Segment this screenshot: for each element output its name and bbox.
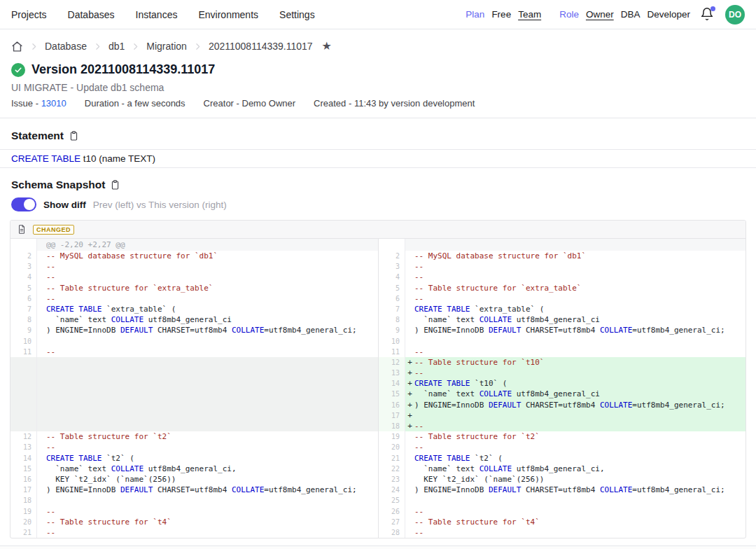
diff-line: 3-- bbox=[379, 261, 746, 272]
diff-body: @@ -2,20 +2,27 @@2-- MySQL database stru… bbox=[10, 239, 746, 538]
diff-line: 7CREATE TABLE `extra_table` ( bbox=[10, 304, 378, 314]
diff-line: 20-- Table structure for `t4` bbox=[10, 517, 378, 527]
diff-line: 26-- bbox=[379, 506, 746, 517]
star-icon[interactable]: ★ bbox=[322, 41, 332, 52]
diff-line: 18+-- bbox=[379, 421, 746, 431]
diff-line: 12+-- Table structure for `t10` bbox=[379, 357, 746, 368]
diff-line: 17) ENGINE=InnoDB DEFAULT CHARSET=utf8mb… bbox=[10, 485, 378, 495]
diff-line: 3-- bbox=[10, 261, 378, 272]
diff-line: 8 `name` text COLLATE utf8mb4_general_ci bbox=[379, 314, 746, 325]
meta-item: Created - 11:43 by version development bbox=[314, 98, 475, 109]
meta-item: Issue - 13010 bbox=[11, 98, 66, 109]
role-owner-link[interactable]: Owner bbox=[586, 9, 614, 20]
diff-line: 9) ENGINE=InnoDB DEFAULT CHARSET=utf8mb4… bbox=[10, 325, 378, 335]
diff-line: 16 KEY `t2_idx` (`name`(256)) bbox=[10, 474, 378, 485]
diff-header: CHANGED bbox=[10, 221, 746, 239]
copy-statement-button[interactable] bbox=[69, 130, 79, 141]
version-subtitle: UI MIGRATE - Update db1 schema bbox=[0, 82, 756, 93]
diff-line: 5-- Table structure for `extra_table` bbox=[379, 283, 746, 293]
diff-line: 6-- bbox=[379, 293, 746, 304]
chevron-right-icon bbox=[193, 42, 202, 51]
diff-line: 13-- bbox=[10, 442, 378, 452]
diff-line: 9) ENGINE=InnoDB DEFAULT CHARSET=utf8mb4… bbox=[379, 325, 746, 335]
diff-line: 21CREATE TABLE `t2` ( bbox=[379, 453, 746, 464]
breadcrumb-item[interactable]: 20211008114339.11017 bbox=[209, 41, 313, 52]
diff-gap-row bbox=[10, 410, 378, 421]
diff-line: 14CREATE TABLE `t2` ( bbox=[10, 453, 378, 464]
diff-gap-row bbox=[10, 421, 378, 431]
schema-diff-panel: CHANGED @@ -2,20 +2,27 @@2-- MySQL datab… bbox=[10, 220, 746, 538]
chevron-right-icon bbox=[93, 42, 102, 51]
show-diff-toggle[interactable] bbox=[11, 197, 36, 211]
diff-line: 16+) ENGINE=InnoDB DEFAULT CHARSET=utf8m… bbox=[379, 400, 746, 410]
breadcrumb-item[interactable]: Database bbox=[45, 41, 87, 52]
diff-line: 14+CREATE TABLE `t10` ( bbox=[379, 378, 746, 389]
diff-line: 2-- MySQL database structure for `db1` bbox=[379, 251, 746, 261]
changed-badge: CHANGED bbox=[33, 225, 74, 235]
nav-item-settings[interactable]: Settings bbox=[279, 9, 315, 20]
nav-item-projects[interactable]: Projects bbox=[11, 9, 47, 20]
issue-link[interactable]: 13010 bbox=[41, 98, 66, 109]
diff-hunk-row bbox=[379, 239, 746, 251]
diff-line: 15 `name` text COLLATE utf8mb4_general_c… bbox=[10, 464, 378, 474]
meta-item: Duration - a few seconds bbox=[85, 98, 186, 109]
meta-item: Creator - Demo Owner bbox=[204, 98, 295, 109]
chevron-right-icon bbox=[29, 42, 38, 51]
sql-keyword: CREATE TABLE bbox=[11, 153, 80, 164]
diff-line: 5-- Table structure for `extra_table` bbox=[10, 283, 378, 293]
diff-pane-prev[interactable]: @@ -2,20 +2,27 @@2-- MySQL database stru… bbox=[10, 239, 378, 538]
statement-code[interactable]: CREATE TABLE t10 (name TEXT) bbox=[0, 149, 756, 168]
diff-pane-current[interactable]: 2-- MySQL database structure for `db1`3-… bbox=[378, 239, 746, 538]
nav-item-instances[interactable]: Instances bbox=[136, 9, 178, 20]
diff-gap-row bbox=[10, 400, 378, 410]
diff-line: 12-- Table structure for `t2` bbox=[10, 431, 378, 442]
diff-line: 23 KEY `t2_idx` (`name`(256)) bbox=[379, 474, 746, 485]
clipboard-icon bbox=[69, 130, 79, 141]
diff-line: 2-- MySQL database structure for `db1` bbox=[10, 251, 378, 261]
role-label: Role bbox=[559, 9, 579, 20]
success-check-icon bbox=[11, 63, 25, 77]
clipboard-icon bbox=[110, 179, 120, 190]
meta-value: a few seconds bbox=[127, 98, 185, 109]
diff-line: 18 bbox=[10, 495, 378, 506]
diff-line: 13+-- bbox=[379, 368, 746, 378]
snapshot-section-header: Schema Snapshot bbox=[0, 179, 756, 191]
file-icon bbox=[17, 224, 27, 235]
role-developer[interactable]: Developer bbox=[647, 9, 690, 20]
diff-line: 11-- bbox=[379, 347, 746, 357]
version-header: Version 20211008114339.11017 bbox=[0, 62, 756, 77]
diff-gap-row bbox=[10, 357, 378, 368]
plan-value: Free bbox=[491, 9, 511, 20]
nav-item-environments[interactable]: Environments bbox=[198, 9, 258, 20]
snapshot-label: Schema Snapshot bbox=[11, 179, 105, 191]
diff-line: 19-- bbox=[10, 506, 378, 517]
diff-line: 11-- bbox=[10, 347, 378, 357]
copy-snapshot-button[interactable] bbox=[110, 179, 120, 190]
plan-label: Plan bbox=[465, 9, 484, 20]
breadcrumb-item[interactable]: db1 bbox=[108, 41, 125, 52]
diff-line: 6-- bbox=[10, 293, 378, 304]
meta-value: 11:43 by version development bbox=[354, 98, 475, 109]
show-diff-label: Show diff bbox=[43, 200, 86, 210]
meta-value: Demo Owner bbox=[242, 98, 296, 109]
statement-label: Statement bbox=[11, 130, 64, 142]
chevron-right-icon bbox=[131, 42, 140, 51]
diff-line: 21-- bbox=[10, 527, 378, 538]
diff-line: 10 bbox=[10, 336, 378, 347]
diff-gap-row bbox=[10, 389, 378, 399]
nav-item-databases[interactable]: Databases bbox=[68, 9, 115, 20]
breadcrumb: Databasedb1Migration20211008114339.11017… bbox=[0, 39, 756, 54]
avatar[interactable]: DO bbox=[725, 5, 745, 25]
role-dba[interactable]: DBA bbox=[621, 9, 640, 20]
diff-line: 24) ENGINE=InnoDB DEFAULT CHARSET=utf8mb… bbox=[379, 485, 746, 495]
diff-line: 22 `name` text COLLATE utf8mb4_general_c… bbox=[379, 464, 746, 474]
plan-upgrade-link[interactable]: Team bbox=[518, 9, 541, 20]
statement-section-header: Statement bbox=[0, 130, 756, 142]
diff-line: 8 `name` text COLLATE utf8mb4_general_ci bbox=[10, 314, 378, 325]
diff-line: 10 bbox=[379, 336, 746, 347]
notifications-button[interactable] bbox=[700, 7, 715, 22]
breadcrumb-item[interactable]: Migration bbox=[146, 41, 187, 52]
home-icon[interactable] bbox=[11, 41, 23, 53]
diff-line: 4-- bbox=[10, 272, 378, 282]
bottom-strip bbox=[0, 546, 756, 549]
